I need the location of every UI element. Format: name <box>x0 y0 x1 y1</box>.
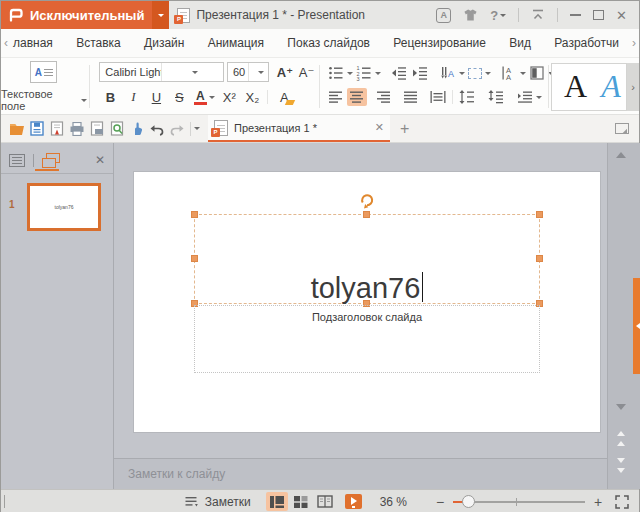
save-button[interactable] <box>27 119 47 139</box>
notes-toggle-icon[interactable] <box>185 496 201 508</box>
tab-design[interactable]: Дизайн <box>144 36 184 50</box>
subtitle-placeholder[interactable]: Подзаголовок слайда <box>194 305 540 373</box>
skin-shirt-icon[interactable] <box>463 8 478 22</box>
resize-handle-nw[interactable] <box>191 211 198 218</box>
line-spacing-button[interactable] <box>457 88 477 106</box>
font-size-combobox[interactable]: 60 <box>227 62 269 82</box>
bold-button[interactable]: B <box>99 87 121 107</box>
vertical-scrollbar[interactable] <box>607 143 633 489</box>
font-color-button[interactable]: A <box>191 87 217 107</box>
format-painter-button[interactable] <box>127 119 147 139</box>
next-slide-button[interactable] <box>617 458 625 477</box>
tab-review[interactable]: Рецензирование <box>393 36 486 50</box>
bullet-list-button[interactable] <box>326 64 346 82</box>
superscript-button[interactable]: X² <box>218 87 240 107</box>
subscript-button[interactable]: X₂ <box>241 87 263 107</box>
align-left-button[interactable] <box>326 88 346 106</box>
tab-view[interactable]: Вид <box>509 36 531 50</box>
zoom-in-button[interactable]: + <box>591 494 605 510</box>
document-tab[interactable]: P Презентация 1 * ✕ <box>208 115 390 142</box>
resize-handle-e[interactable] <box>536 255 543 262</box>
gallery-more-button[interactable]: › <box>627 63 639 111</box>
decrease-indent-button[interactable] <box>389 64 409 82</box>
slide[interactable]: tolyan76 Подзаголовок слайда <box>133 171 601 433</box>
character-spacing-button[interactable]: AA <box>499 64 519 82</box>
toolbar-options-icon[interactable] <box>194 127 200 133</box>
resize-handle-n[interactable] <box>363 211 370 218</box>
chevron-down-icon[interactable] <box>347 72 353 78</box>
close-icon[interactable]: ✕ <box>616 8 627 23</box>
decrease-font-button[interactable]: A⁻ <box>296 65 318 80</box>
app-menu-button[interactable]: Исключительный <box>1 1 169 29</box>
undo-button[interactable] <box>147 119 167 139</box>
open-file-button[interactable] <box>7 119 27 139</box>
paragraph-spacing-button[interactable] <box>486 88 506 106</box>
collapse-ribbon-icon[interactable] <box>531 9 545 21</box>
outline-view-icon[interactable] <box>9 154 25 167</box>
tab-insert[interactable]: Вставка <box>76 36 121 50</box>
redo-button[interactable] <box>167 119 187 139</box>
notes-toggle-label[interactable]: Заметки <box>205 495 251 509</box>
chevron-down-icon[interactable] <box>485 72 491 78</box>
underline-button[interactable]: U <box>145 87 167 107</box>
zoom-out-button[interactable]: − <box>433 494 447 510</box>
reading-view-button[interactable] <box>314 492 336 511</box>
justify-button[interactable] <box>401 88 421 106</box>
maximize-icon[interactable] <box>593 10 604 20</box>
slides-view-icon[interactable] <box>42 153 60 168</box>
clear-formatting-button[interactable]: A <box>272 87 296 107</box>
wordart-style-plain[interactable]: A <box>564 68 587 105</box>
text-direction-button[interactable]: A <box>438 64 458 82</box>
print-button[interactable] <box>67 119 87 139</box>
slide-thumbnail[interactable]: tolyan76 <box>27 183 101 231</box>
normal-view-button[interactable] <box>266 492 288 511</box>
font-name-combobox[interactable]: Calibri Light (3 <box>99 62 224 82</box>
expand-sidebar-handle[interactable] <box>633 278 640 374</box>
slide-sorter-button[interactable] <box>290 492 312 511</box>
paragraph-indent-button[interactable] <box>515 88 535 106</box>
tab-developer[interactable]: Разработчи <box>554 36 619 50</box>
help-button[interactable]: ? <box>490 8 506 23</box>
close-panel-icon[interactable]: ✕ <box>95 153 105 167</box>
notes-pane[interactable]: Заметки к слайду <box>114 458 607 489</box>
workspace-icon[interactable] <box>615 123 629 134</box>
minimize-icon[interactable] <box>570 14 581 16</box>
find-button[interactable] <box>107 119 127 139</box>
align-center-button[interactable] <box>347 88 367 106</box>
resize-handle-w[interactable] <box>191 255 198 262</box>
increase-indent-button[interactable] <box>410 64 430 82</box>
new-tab-button[interactable]: + <box>400 120 409 138</box>
numbered-list-button[interactable]: 123 <box>354 64 374 82</box>
italic-button[interactable]: I <box>122 87 144 107</box>
wordart-styles-box[interactable]: A A <box>551 63 627 111</box>
chevron-down-icon[interactable] <box>161 63 223 81</box>
app-menu-dropdown[interactable] <box>152 1 169 29</box>
textbox-icon[interactable]: A <box>30 61 57 83</box>
chevron-down-icon[interactable] <box>375 72 381 78</box>
close-tab-icon[interactable]: ✕ <box>375 121 384 134</box>
title-textbox[interactable]: tolyan76 <box>194 214 540 304</box>
distribute-button[interactable] <box>428 88 448 106</box>
tab-animation[interactable]: Анимация <box>208 36 264 50</box>
insert-textbox-button[interactable]: Текстовое поле <box>1 88 87 112</box>
scroll-up-icon[interactable] <box>616 147 626 158</box>
chevron-down-icon[interactable] <box>520 72 526 78</box>
align-right-button[interactable] <box>374 88 394 106</box>
chevron-down-icon[interactable] <box>536 96 542 102</box>
zoom-slider[interactable] <box>453 495 585 509</box>
slideshow-button[interactable] <box>343 492 365 511</box>
increase-font-button[interactable]: A⁺ <box>274 65 296 80</box>
tab-home[interactable]: лавная <box>13 36 53 50</box>
resize-handle-ne[interactable] <box>536 211 543 218</box>
columns-button[interactable] <box>527 64 547 82</box>
scroll-tabs-right-icon[interactable]: › <box>629 36 639 50</box>
language-icon[interactable]: A <box>436 8 451 23</box>
chevron-down-icon[interactable] <box>248 63 269 81</box>
slider-thumb[interactable] <box>462 495 475 508</box>
wordart-style-blue[interactable]: A <box>601 68 621 105</box>
shape-selection-button[interactable] <box>466 64 484 82</box>
previous-slide-button[interactable] <box>617 427 625 446</box>
chevron-down-icon[interactable] <box>459 72 465 78</box>
export-pdf-button[interactable] <box>47 119 67 139</box>
tab-slideshow[interactable]: Показ слайдов <box>287 36 370 50</box>
